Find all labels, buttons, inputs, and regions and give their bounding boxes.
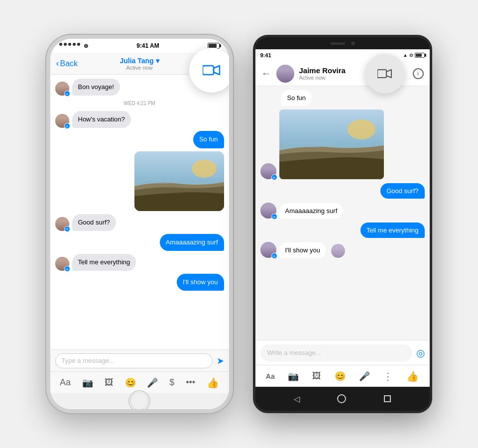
message-bubble: So fun xyxy=(193,131,224,148)
message-bubble: I'll show you xyxy=(177,274,224,291)
android-message-input[interactable]: Write a message... xyxy=(260,344,412,361)
svg-point-7 xyxy=(348,119,375,139)
android-more-button[interactable]: ⋮ xyxy=(383,370,393,382)
nav-center: Julia Tang ▾ Active now xyxy=(120,57,159,71)
android-toolbar: Aa 📷 🖼 😊 🎤 ⋮ 👍 xyxy=(255,365,430,387)
message-bubble: Good surf? xyxy=(72,214,116,231)
avatar: ✉ xyxy=(55,114,69,128)
svg-marker-5 xyxy=(386,70,391,78)
android-send-button[interactable]: ◎ xyxy=(416,347,425,359)
message-row: ✉ I'll show you xyxy=(260,242,425,258)
android-mic-button[interactable]: 🎤 xyxy=(359,371,370,382)
home-inner-ring xyxy=(130,392,148,410)
message-bubble: Good surf? xyxy=(380,183,424,199)
info-button[interactable]: i xyxy=(413,68,424,79)
user-avatar-small xyxy=(331,244,345,258)
message-row: So fun xyxy=(55,131,224,148)
signal-dots: ⊜ xyxy=(59,43,88,49)
message-bubble: Amaaaaazing surf xyxy=(279,203,344,219)
android-camera-button[interactable]: 📷 xyxy=(288,371,299,382)
message-row: I'll show you xyxy=(55,274,224,291)
iphone-nav-bar: ‹ Back Julia Tang ▾ Active now 📞 xyxy=(50,53,229,75)
message-row: ✉ Amaaaaazing surf xyxy=(260,203,425,219)
back-button[interactable]: ‹ Back xyxy=(56,58,78,69)
video-call-circle[interactable] xyxy=(189,48,233,93)
android-time: 9:41 xyxy=(260,52,271,58)
message-bubble: How's vacation? xyxy=(72,111,131,128)
message-bubble: Bon voyage! xyxy=(72,79,120,96)
back-arrow-icon: ‹ xyxy=(56,58,59,69)
avatar: ✉ xyxy=(260,163,276,179)
android-input-bar: Write a message... ◎ xyxy=(255,340,430,365)
android-device: 9:41 ▲ ⊙ ← Jaime Rovira Active now xyxy=(253,35,432,413)
message-bubble: So fun xyxy=(281,90,312,106)
send-button[interactable]: ➤ xyxy=(217,355,224,366)
home-button[interactable] xyxy=(128,390,150,412)
contact-name[interactable]: Julia Tang ▾ xyxy=(120,57,159,65)
thumb-button[interactable]: 👍 xyxy=(207,377,219,389)
contact-avatar xyxy=(276,65,294,83)
android-back-button[interactable]: ← xyxy=(261,68,271,79)
android-top-bar xyxy=(255,37,430,49)
avatar: ✉ xyxy=(55,257,69,271)
beach-photo xyxy=(134,151,224,211)
messenger-badge: ✉ xyxy=(64,266,70,272)
svg-rect-4 xyxy=(377,70,386,78)
android-video-icon xyxy=(377,68,392,80)
android-chat-area: So fun ✉ xyxy=(255,86,430,340)
message-bubble: Tell me everything xyxy=(360,223,425,238)
svg-point-3 xyxy=(192,160,217,178)
android-status-bar: 9:41 ▲ ⊙ xyxy=(255,49,430,61)
home-indicator xyxy=(50,393,229,409)
message-bubble: Tell me everything xyxy=(72,254,136,271)
messenger-badge: ✉ xyxy=(271,214,277,220)
photo-bubble xyxy=(134,151,224,211)
emoji-button[interactable]: 😊 xyxy=(125,377,136,388)
aa-button[interactable]: Aa xyxy=(60,377,71,388)
mic-button[interactable]: 🎤 xyxy=(147,377,158,388)
video-camera-icon xyxy=(203,63,221,77)
photo-message-row xyxy=(55,151,224,211)
dollar-button[interactable]: $ xyxy=(169,377,174,388)
speaker-grille xyxy=(330,42,345,45)
android-aa-button[interactable]: Aa xyxy=(266,372,275,380)
svg-rect-0 xyxy=(203,66,214,75)
iphone-input-bar: Type a message... ➤ xyxy=(50,349,229,371)
messenger-badge: ✉ xyxy=(64,123,70,129)
front-camera xyxy=(351,41,355,45)
beach-photo-android xyxy=(279,110,384,179)
android-emoji-button[interactable]: 😊 xyxy=(335,371,346,382)
android-photos-button[interactable]: 🖼 xyxy=(312,371,321,381)
android-input-placeholder: Write a message... xyxy=(267,349,321,356)
input-placeholder: Type a message... xyxy=(62,357,115,364)
messenger-badge: ✉ xyxy=(64,91,70,97)
wifi-icon: ⊙ xyxy=(409,53,413,58)
messenger-badge: ✉ xyxy=(271,174,277,180)
avatar: ✉ xyxy=(260,203,276,219)
android-thumb-button[interactable]: 👍 xyxy=(406,370,419,382)
avatar: ✉ xyxy=(55,217,69,231)
photos-button[interactable]: 🖼 xyxy=(105,377,114,388)
photo-message-row: ✉ xyxy=(260,110,425,179)
message-row: ✉ Tell me everything xyxy=(55,254,224,271)
android-nav-home[interactable] xyxy=(337,394,346,403)
more-button[interactable]: ••• xyxy=(186,377,195,388)
back-label: Back xyxy=(60,59,78,68)
android-navigation-bar: ◁ xyxy=(255,387,430,411)
message-row: ✉ Good surf? xyxy=(55,214,224,231)
contact-status: Active now xyxy=(120,65,159,71)
android-nav-recent[interactable] xyxy=(384,395,391,402)
android-nav-back[interactable]: ◁ xyxy=(294,394,300,404)
status-icons: ▲ ⊙ xyxy=(403,53,425,58)
iphone-time: 9:41 AM xyxy=(136,42,159,49)
messenger-badge: ✉ xyxy=(271,253,277,259)
message-input[interactable]: Type a message... xyxy=(55,353,213,368)
avatar: ✉ xyxy=(260,242,276,258)
camera-button[interactable]: 📷 xyxy=(82,377,93,388)
message-row: Good surf? xyxy=(260,183,425,199)
nav-icons: 📞 xyxy=(212,58,223,69)
android-video-circle[interactable] xyxy=(365,54,405,94)
avatar: ✉ xyxy=(55,82,69,96)
message-row: Tell me everything xyxy=(260,223,425,238)
android-nav-icons: i xyxy=(413,68,424,79)
